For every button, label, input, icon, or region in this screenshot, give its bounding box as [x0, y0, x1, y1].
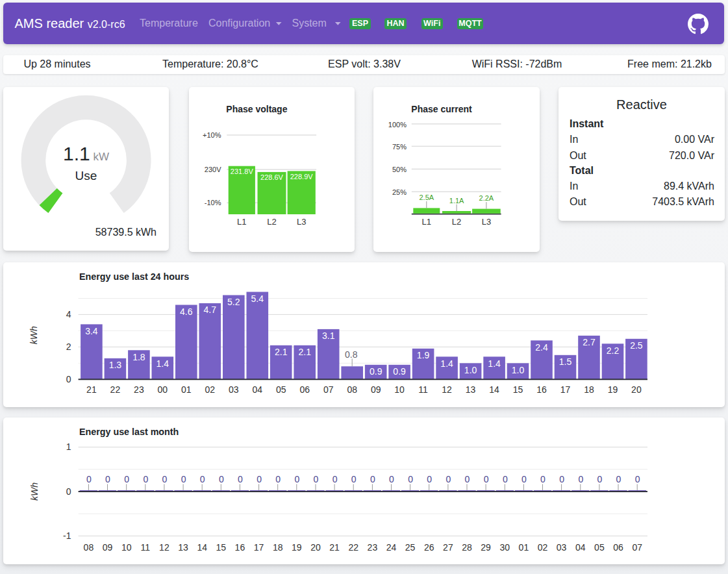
svg-text:00: 00: [158, 384, 168, 395]
svg-text:0.9: 0.9: [370, 366, 383, 377]
svg-text:4.6: 4.6: [180, 306, 193, 317]
svg-text:07: 07: [632, 542, 642, 553]
svg-text:0.8: 0.8: [345, 349, 358, 360]
svg-text:27: 27: [443, 542, 453, 553]
svg-text:16: 16: [235, 542, 245, 553]
svg-text:0.9: 0.9: [393, 366, 406, 377]
svg-text:5.2: 5.2: [227, 297, 240, 307]
svg-text:14: 14: [489, 384, 499, 395]
svg-text:05: 05: [594, 542, 605, 553]
svg-text:L1: L1: [237, 217, 246, 227]
svg-text:25%: 25%: [392, 188, 407, 196]
svg-text:1.3: 1.3: [109, 360, 122, 370]
svg-text:06: 06: [299, 384, 310, 395]
svg-text:0: 0: [200, 474, 205, 484]
svg-text:L1: L1: [422, 217, 431, 227]
svg-text:24: 24: [386, 542, 397, 553]
svg-text:06: 06: [613, 542, 623, 553]
svg-text:1.1A: 1.1A: [449, 197, 464, 205]
svg-text:14: 14: [197, 542, 207, 553]
svg-text:2.2: 2.2: [607, 345, 620, 356]
svg-text:17: 17: [560, 384, 571, 395]
svg-text:0: 0: [105, 474, 110, 484]
svg-text:0: 0: [66, 486, 71, 497]
svg-text:12: 12: [442, 384, 452, 395]
svg-text:0: 0: [389, 474, 394, 484]
svg-text:02: 02: [538, 542, 548, 553]
svg-text:0: 0: [66, 374, 71, 384]
svg-text:kWh: kWh: [29, 326, 40, 344]
svg-text:5.4: 5.4: [251, 293, 264, 304]
svg-text:0: 0: [257, 474, 262, 484]
svg-text:0: 0: [333, 474, 338, 484]
svg-text:0: 0: [219, 474, 224, 484]
svg-text:kWh: kWh: [29, 482, 40, 501]
svg-text:0: 0: [503, 474, 508, 484]
svg-text:12: 12: [159, 542, 169, 553]
svg-text:1.0: 1.0: [464, 365, 477, 375]
svg-text:2.5: 2.5: [630, 340, 643, 351]
svg-text:1.8: 1.8: [132, 352, 145, 362]
svg-text:+10%: +10%: [203, 131, 221, 139]
svg-text:10: 10: [121, 542, 132, 553]
svg-text:10: 10: [394, 384, 405, 395]
svg-text:50%: 50%: [392, 166, 407, 173]
svg-text:0: 0: [635, 474, 640, 484]
svg-text:0: 0: [314, 474, 319, 484]
svg-text:0: 0: [484, 474, 489, 484]
svg-text:0: 0: [597, 474, 603, 484]
svg-text:20: 20: [310, 542, 321, 553]
svg-text:0: 0: [408, 474, 413, 484]
svg-text:L3: L3: [482, 217, 491, 227]
svg-text:230V: 230V: [204, 166, 221, 173]
svg-text:0: 0: [143, 474, 148, 484]
svg-text:0: 0: [86, 474, 92, 484]
svg-text:-1: -1: [63, 530, 71, 541]
svg-text:19: 19: [292, 542, 302, 553]
svg-text:0: 0: [181, 474, 186, 484]
svg-text:20: 20: [631, 384, 642, 395]
svg-text:21: 21: [86, 384, 97, 395]
svg-text:0: 0: [162, 474, 168, 484]
svg-text:03: 03: [557, 542, 567, 553]
svg-text:2.5A: 2.5A: [419, 193, 434, 201]
svg-text:1.4: 1.4: [488, 358, 501, 369]
svg-text:1: 1: [66, 442, 71, 452]
svg-text:1.5: 1.5: [559, 356, 572, 367]
svg-text:11: 11: [418, 384, 428, 395]
svg-text:-10%: -10%: [204, 199, 221, 206]
svg-text:2.1: 2.1: [298, 347, 311, 357]
svg-text:08: 08: [84, 542, 94, 553]
svg-text:0: 0: [446, 474, 451, 484]
svg-text:23: 23: [134, 384, 144, 395]
svg-text:07: 07: [323, 384, 334, 395]
svg-text:0: 0: [294, 474, 299, 484]
svg-text:30: 30: [500, 542, 510, 553]
svg-text:0: 0: [578, 474, 583, 484]
svg-text:4.7: 4.7: [204, 305, 217, 315]
svg-text:29: 29: [481, 542, 491, 553]
svg-text:2.2A: 2.2A: [479, 194, 494, 202]
svg-text:23: 23: [368, 542, 378, 553]
svg-text:228.9V: 228.9V: [290, 173, 313, 181]
svg-text:13: 13: [178, 542, 188, 553]
svg-text:0: 0: [351, 474, 357, 484]
svg-text:0: 0: [370, 474, 375, 484]
svg-text:L3: L3: [296, 217, 305, 227]
svg-text:04: 04: [253, 384, 263, 395]
svg-text:02: 02: [205, 384, 216, 395]
svg-text:01: 01: [181, 384, 192, 395]
svg-text:0: 0: [540, 474, 546, 484]
svg-text:16: 16: [536, 384, 547, 395]
svg-text:2.7: 2.7: [583, 337, 596, 347]
svg-text:0: 0: [521, 474, 527, 484]
svg-text:11: 11: [141, 542, 151, 553]
svg-text:0: 0: [124, 474, 129, 484]
svg-text:231.8V: 231.8V: [230, 168, 253, 175]
svg-text:3.4: 3.4: [85, 326, 98, 336]
svg-text:09: 09: [103, 542, 113, 553]
svg-text:1.9: 1.9: [417, 350, 430, 360]
svg-text:15: 15: [513, 384, 523, 395]
svg-text:1.4: 1.4: [157, 358, 169, 369]
svg-text:28: 28: [462, 542, 472, 553]
